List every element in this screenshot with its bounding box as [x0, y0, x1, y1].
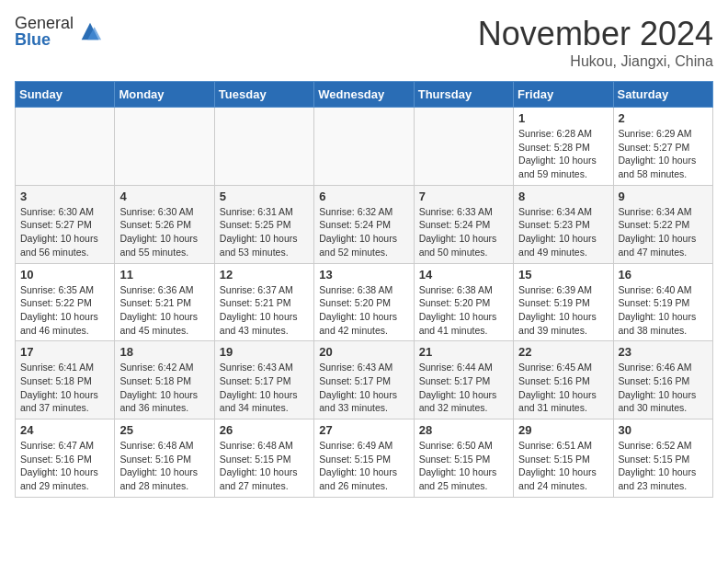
day-info: Sunrise: 6:47 AM Sunset: 5:16 PM Dayligh… — [20, 439, 109, 493]
day-number: 22 — [518, 345, 608, 359]
day-info: Sunrise: 6:34 AM Sunset: 5:23 PM Dayligh… — [518, 205, 608, 259]
logo: General Blue — [15, 15, 103, 48]
day-header-sunday: Sunday — [16, 82, 115, 108]
day-header-friday: Friday — [514, 82, 613, 108]
calendar-week-row: 17Sunrise: 6:41 AM Sunset: 5:18 PM Dayli… — [16, 341, 713, 419]
day-info: Sunrise: 6:35 AM Sunset: 5:22 PM Dayligh… — [20, 283, 109, 338]
day-number: 2 — [619, 111, 708, 125]
logo-text: General Blue — [15, 15, 74, 48]
day-number: 18 — [119, 345, 209, 359]
calendar-table: SundayMondayTuesdayWednesdayThursdayFrid… — [15, 81, 713, 498]
day-number: 29 — [518, 423, 608, 437]
day-number: 5 — [220, 190, 309, 203]
calendar-cell: 24Sunrise: 6:47 AM Sunset: 5:16 PM Dayli… — [16, 419, 115, 498]
day-info: Sunrise: 6:52 AM Sunset: 5:15 PM Dayligh… — [619, 439, 708, 493]
logo-icon — [77, 18, 103, 44]
calendar-week-row: 1Sunrise: 6:28 AM Sunset: 5:28 PM Daylig… — [16, 108, 713, 186]
calendar-cell — [314, 108, 414, 186]
calendar-cell: 4Sunrise: 6:30 AM Sunset: 5:26 PM Daylig… — [115, 185, 214, 263]
day-info: Sunrise: 6:43 AM Sunset: 5:17 PM Dayligh… — [319, 361, 408, 415]
calendar-cell: 9Sunrise: 6:34 AM Sunset: 5:22 PM Daylig… — [613, 185, 712, 263]
day-number: 7 — [419, 190, 508, 203]
day-info: Sunrise: 6:30 AM Sunset: 5:26 PM Dayligh… — [119, 205, 209, 259]
calendar-week-row: 24Sunrise: 6:47 AM Sunset: 5:16 PM Dayli… — [16, 419, 713, 498]
day-number: 30 — [619, 423, 708, 437]
day-info: Sunrise: 6:50 AM Sunset: 5:15 PM Dayligh… — [419, 439, 508, 493]
calendar-cell: 11Sunrise: 6:36 AM Sunset: 5:21 PM Dayli… — [115, 263, 214, 341]
day-info: Sunrise: 6:33 AM Sunset: 5:24 PM Dayligh… — [419, 205, 508, 259]
day-info: Sunrise: 6:37 AM Sunset: 5:21 PM Dayligh… — [220, 283, 309, 338]
calendar-cell: 12Sunrise: 6:37 AM Sunset: 5:21 PM Dayli… — [214, 263, 313, 341]
day-number: 8 — [518, 190, 608, 203]
day-number: 12 — [220, 268, 309, 282]
day-info: Sunrise: 6:48 AM Sunset: 5:16 PM Dayligh… — [119, 439, 209, 493]
day-info: Sunrise: 6:45 AM Sunset: 5:16 PM Dayligh… — [518, 361, 608, 415]
day-number: 28 — [419, 423, 508, 437]
day-number: 27 — [319, 423, 408, 437]
day-number: 6 — [319, 190, 408, 203]
day-number: 16 — [619, 268, 708, 282]
day-number: 3 — [20, 190, 109, 203]
calendar-cell: 29Sunrise: 6:51 AM Sunset: 5:15 PM Dayli… — [514, 419, 613, 498]
day-number: 1 — [518, 111, 608, 125]
calendar-cell: 5Sunrise: 6:31 AM Sunset: 5:25 PM Daylig… — [214, 185, 313, 263]
calendar-cell: 18Sunrise: 6:42 AM Sunset: 5:18 PM Dayli… — [115, 341, 214, 419]
calendar-cell: 19Sunrise: 6:43 AM Sunset: 5:17 PM Dayli… — [214, 341, 313, 419]
logo-blue: Blue — [15, 31, 74, 48]
month-title: November 2024 — [478, 15, 713, 53]
location: Hukou, Jiangxi, China — [478, 53, 713, 70]
calendar-cell: 16Sunrise: 6:40 AM Sunset: 5:19 PM Dayli… — [613, 263, 712, 341]
day-number: 23 — [619, 345, 708, 359]
calendar-cell: 13Sunrise: 6:38 AM Sunset: 5:20 PM Dayli… — [314, 263, 414, 341]
day-number: 15 — [518, 268, 608, 282]
day-header-wednesday: Wednesday — [314, 82, 414, 108]
day-info: Sunrise: 6:42 AM Sunset: 5:18 PM Dayligh… — [119, 361, 209, 415]
day-header-tuesday: Tuesday — [214, 82, 313, 108]
calendar-cell — [414, 108, 513, 186]
calendar-cell: 3Sunrise: 6:30 AM Sunset: 5:27 PM Daylig… — [16, 185, 115, 263]
calendar-cell: 25Sunrise: 6:48 AM Sunset: 5:16 PM Dayli… — [115, 419, 214, 498]
day-info: Sunrise: 6:30 AM Sunset: 5:27 PM Dayligh… — [20, 205, 109, 259]
calendar-cell: 30Sunrise: 6:52 AM Sunset: 5:15 PM Dayli… — [613, 419, 712, 498]
day-info: Sunrise: 6:48 AM Sunset: 5:15 PM Dayligh… — [220, 439, 309, 493]
title-block: November 2024 Hukou, Jiangxi, China — [478, 15, 713, 70]
day-number: 4 — [119, 190, 209, 203]
calendar-cell: 15Sunrise: 6:39 AM Sunset: 5:19 PM Dayli… — [514, 263, 613, 341]
day-header-saturday: Saturday — [613, 82, 712, 108]
calendar-cell — [115, 108, 214, 186]
logo-general: General — [15, 15, 74, 31]
page-header: General Blue November 2024 Hukou, Jiangx… — [15, 15, 713, 70]
day-number: 11 — [119, 268, 209, 282]
day-info: Sunrise: 6:28 AM Sunset: 5:28 PM Dayligh… — [518, 127, 608, 181]
day-info: Sunrise: 6:39 AM Sunset: 5:19 PM Dayligh… — [518, 283, 608, 338]
day-number: 14 — [419, 268, 508, 282]
day-info: Sunrise: 6:46 AM Sunset: 5:16 PM Dayligh… — [619, 361, 708, 415]
calendar-cell: 8Sunrise: 6:34 AM Sunset: 5:23 PM Daylig… — [514, 185, 613, 263]
day-info: Sunrise: 6:43 AM Sunset: 5:17 PM Dayligh… — [220, 361, 309, 415]
day-info: Sunrise: 6:40 AM Sunset: 5:19 PM Dayligh… — [619, 283, 708, 338]
calendar-cell: 2Sunrise: 6:29 AM Sunset: 5:27 PM Daylig… — [613, 108, 712, 186]
day-info: Sunrise: 6:38 AM Sunset: 5:20 PM Dayligh… — [419, 283, 508, 338]
calendar-cell: 27Sunrise: 6:49 AM Sunset: 5:15 PM Dayli… — [314, 419, 414, 498]
calendar-cell: 7Sunrise: 6:33 AM Sunset: 5:24 PM Daylig… — [414, 185, 513, 263]
day-header-monday: Monday — [115, 82, 214, 108]
day-number: 9 — [619, 190, 708, 203]
day-info: Sunrise: 6:36 AM Sunset: 5:21 PM Dayligh… — [119, 283, 209, 338]
calendar-cell: 14Sunrise: 6:38 AM Sunset: 5:20 PM Dayli… — [414, 263, 513, 341]
calendar-cell: 6Sunrise: 6:32 AM Sunset: 5:24 PM Daylig… — [314, 185, 414, 263]
day-info: Sunrise: 6:49 AM Sunset: 5:15 PM Dayligh… — [319, 439, 408, 493]
calendar-week-row: 3Sunrise: 6:30 AM Sunset: 5:27 PM Daylig… — [16, 185, 713, 263]
day-number: 26 — [220, 423, 309, 437]
day-number: 25 — [119, 423, 209, 437]
day-number: 10 — [20, 268, 109, 282]
day-info: Sunrise: 6:32 AM Sunset: 5:24 PM Dayligh… — [319, 205, 408, 259]
calendar-week-row: 10Sunrise: 6:35 AM Sunset: 5:22 PM Dayli… — [16, 263, 713, 341]
day-number: 13 — [319, 268, 408, 282]
calendar-cell: 17Sunrise: 6:41 AM Sunset: 5:18 PM Dayli… — [16, 341, 115, 419]
calendar-cell: 28Sunrise: 6:50 AM Sunset: 5:15 PM Dayli… — [414, 419, 513, 498]
day-info: Sunrise: 6:31 AM Sunset: 5:25 PM Dayligh… — [220, 205, 309, 259]
day-number: 24 — [20, 423, 109, 437]
day-header-thursday: Thursday — [414, 82, 513, 108]
day-number: 20 — [319, 345, 408, 359]
calendar-header-row: SundayMondayTuesdayWednesdayThursdayFrid… — [16, 82, 713, 108]
